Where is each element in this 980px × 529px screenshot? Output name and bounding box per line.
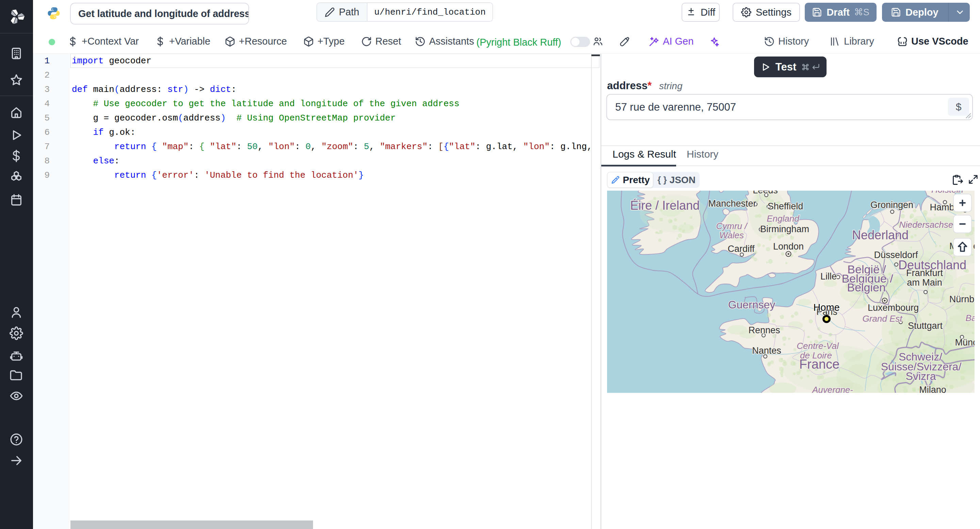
svg-text:Belgien: Belgien — [847, 281, 885, 294]
svg-text:London: London — [773, 241, 804, 252]
svg-text:Rennes: Rennes — [748, 325, 780, 335]
svg-text:Lille: Lille — [821, 271, 837, 282]
svg-text:Bay: Bay — [966, 313, 975, 323]
svg-text:Nürnberg: Nürnberg — [950, 294, 975, 304]
svg-text:Nantes: Nantes — [752, 346, 781, 356]
svg-text:France: France — [799, 357, 840, 371]
svg-text:Guernsey: Guernsey — [728, 298, 775, 311]
svg-text:Sheffield: Sheffield — [768, 201, 803, 211]
svg-text:e: e — [973, 241, 975, 251]
svg-text:Leeds: Leeds — [753, 191, 778, 195]
svg-text:Grand Est: Grand Est — [862, 314, 903, 324]
svg-text:Wales: Wales — [719, 230, 744, 240]
svg-text:Birmingham: Birmingham — [760, 224, 809, 234]
svg-text:Nederland: Nederland — [852, 228, 908, 242]
svg-text:Milano: Milano — [919, 385, 946, 393]
svg-text:Stuttgart: Stuttgart — [908, 321, 943, 331]
svg-text:am Main: am Main — [907, 277, 942, 288]
svg-text:England: England — [767, 214, 800, 224]
svg-text:Groningen: Groningen — [870, 200, 913, 210]
svg-text:Auvergne-: Auvergne- — [811, 385, 853, 393]
svg-text:Deutschland: Deutschland — [898, 258, 966, 272]
svg-text:Home: Home — [813, 302, 840, 313]
svg-text:Manchester: Manchester — [708, 198, 756, 209]
svg-text:München: München — [955, 337, 975, 347]
svg-text:Éire / Ireland: Éire / Ireland — [630, 198, 700, 212]
svg-text:Cymru /: Cymru / — [716, 221, 748, 231]
svg-text:Centre-Val: Centre-Val — [797, 341, 839, 351]
svg-text:Svizra: Svizra — [906, 370, 936, 382]
svg-text:Luxembourg: Luxembourg — [868, 303, 919, 313]
svg-text:Cardiff: Cardiff — [727, 244, 755, 254]
